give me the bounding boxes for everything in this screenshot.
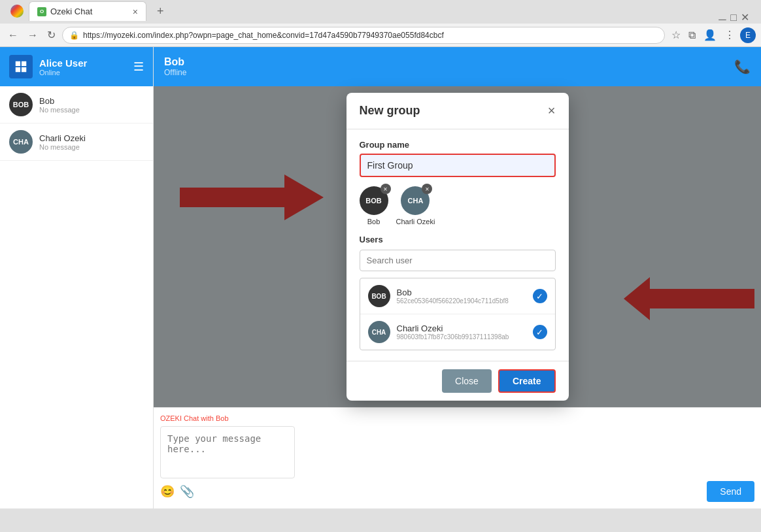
star-button[interactable]: ☆ (669, 29, 683, 41)
user-item-name-cha: Charli Ozeki (397, 324, 526, 333)
emoji-button[interactable]: 😊 (160, 484, 175, 499)
selected-user-name-cha: Charli Ozeki (396, 218, 435, 225)
main-chat: Bob Offline 📞 (154, 47, 761, 508)
contact-msg-charli: No message (39, 143, 144, 151)
users-section-label: Users (360, 235, 556, 244)
contact-item-bob[interactable]: BOB Bob No message (0, 86, 153, 124)
close-button[interactable]: Close (442, 369, 492, 393)
modal-header: New group × (347, 93, 569, 129)
modal-body: Group name BOB × Bob (347, 129, 569, 361)
extensions-button[interactable]: ⧉ (686, 29, 698, 41)
reload-button[interactable]: ↻ (44, 29, 58, 41)
sidebar-header: Alice User Online ☰ (0, 47, 153, 86)
contact-item-charli[interactable]: CHA Charli Ozeki No message (0, 124, 153, 161)
browser-toolbar: ← → ↻ 🔒 https://myozeki.com/index.php?ow… (0, 24, 761, 47)
contact-list: BOB Bob No message CHA Charli Ozeki No m… (0, 86, 153, 508)
url-text: https://myozeki.com/index.php?owpn=page_… (83, 31, 444, 40)
svg-rect-1 (22, 61, 26, 66)
menu-button[interactable]: ⋮ (722, 29, 737, 41)
call-button[interactable]: 📞 (734, 59, 751, 75)
group-name-field: Group name (360, 140, 556, 177)
close-window-button[interactable]: ✕ (741, 11, 749, 24)
contact-msg-bob: No message (39, 106, 144, 114)
minimize-button[interactable]: ─ (719, 14, 726, 22)
user-list: BOB Bob 562ce053640f566220e1904c711d5bf8… (360, 278, 556, 350)
browser-chrome: O Ozeki Chat × + ─ □ ✕ ← → ↻ 🔒 https://m… (0, 0, 761, 47)
selected-users-container: BOB × Bob CHA × Charli Ozeki (360, 186, 556, 225)
tab-label: Ozeki Chat (50, 7, 92, 16)
sidebar: Alice User Online ☰ BOB Bob No message C… (0, 47, 154, 508)
create-button[interactable]: Create (498, 369, 556, 393)
forward-button[interactable]: → (25, 29, 41, 41)
new-tab-button[interactable]: + (152, 5, 169, 18)
contact-avatar-charli: CHA (9, 130, 33, 154)
attach-button[interactable]: 📎 (180, 484, 194, 499)
svg-rect-3 (22, 67, 26, 72)
message-input[interactable] (160, 426, 295, 478)
user-search-input[interactable] (360, 250, 556, 271)
user-item-avatar-cha: CHA (368, 321, 390, 343)
remove-cha-button[interactable]: × (422, 184, 432, 194)
contact-avatar-bob: BOB (9, 93, 33, 116)
chat-input-area: OZEKI Chat with Bob 😊 📎 Send (154, 407, 761, 508)
user-item-id-bob: 562ce053640f566220e1904c711d5bf8 (397, 297, 526, 305)
sidebar-menu-button[interactable]: ☰ (133, 59, 144, 74)
modal-overlay: New group × Group name BOB × (154, 86, 761, 407)
browser-tab[interactable]: O Ozeki Chat × (29, 1, 146, 21)
sidebar-avatar (9, 55, 33, 78)
selected-user-cha: CHA × Charli Ozeki (396, 186, 435, 225)
tab-favicon: O (37, 7, 46, 16)
profile-button[interactable]: 👤 (701, 29, 719, 41)
app-layout: Alice User Online ☰ BOB Bob No message C… (0, 47, 761, 508)
chat-body: New group × Group name BOB × (154, 86, 761, 407)
modal-close-button[interactable]: × (548, 103, 556, 118)
selected-user-bob: BOB × Bob (360, 186, 388, 225)
check-icon-cha: ✓ (533, 325, 547, 339)
maximize-button[interactable]: □ (730, 12, 737, 24)
modal-footer: Close Create (347, 361, 569, 401)
group-name-input[interactable] (360, 154, 556, 177)
sidebar-user-name: Alice User (39, 58, 127, 69)
check-icon-bob: ✓ (533, 289, 547, 303)
group-name-label: Group name (360, 140, 556, 150)
google-icon (10, 5, 24, 18)
user-item-id-cha: 980603fb17fb87c306b99137111398ab (397, 333, 526, 341)
back-button[interactable]: ← (5, 29, 21, 41)
chat-context-label: OZEKI Chat with Bob (160, 414, 754, 422)
browser-profile-avatar: E (740, 27, 756, 43)
chat-header-name: Bob (164, 56, 728, 68)
selected-user-name-bob: Bob (367, 218, 380, 225)
user-item-name-bob: Bob (397, 288, 526, 297)
chat-header: Bob Offline 📞 (154, 47, 761, 86)
contact-name-bob: Bob (39, 96, 144, 106)
chat-header-status: Offline (164, 68, 728, 77)
user-item-bob[interactable]: BOB Bob 562ce053640f566220e1904c711d5bf8… (360, 278, 555, 314)
modal-title: New group (360, 104, 548, 118)
sidebar-status: Online (39, 69, 127, 76)
tab-close-button[interactable]: × (133, 7, 138, 17)
svg-rect-0 (16, 61, 20, 66)
remove-bob-button[interactable]: × (380, 184, 391, 194)
contact-name-charli: Charli Ozeki (39, 133, 144, 143)
svg-rect-2 (16, 67, 20, 72)
address-bar[interactable]: 🔒 https://myozeki.com/index.php?owpn=pag… (62, 27, 665, 44)
send-button[interactable]: Send (707, 481, 754, 502)
user-item-cha[interactable]: CHA Charli Ozeki 980603fb17fb87c306b9913… (360, 314, 555, 350)
browser-actions: ☆ ⧉ 👤 ⋮ E (669, 27, 756, 43)
chat-input-toolbar: 😊 📎 Send (160, 481, 754, 502)
new-group-modal: New group × Group name BOB × (347, 93, 569, 401)
user-item-avatar-bob: BOB (368, 285, 390, 307)
tab-bar: O Ozeki Chat × + ─ □ ✕ (0, 0, 761, 24)
